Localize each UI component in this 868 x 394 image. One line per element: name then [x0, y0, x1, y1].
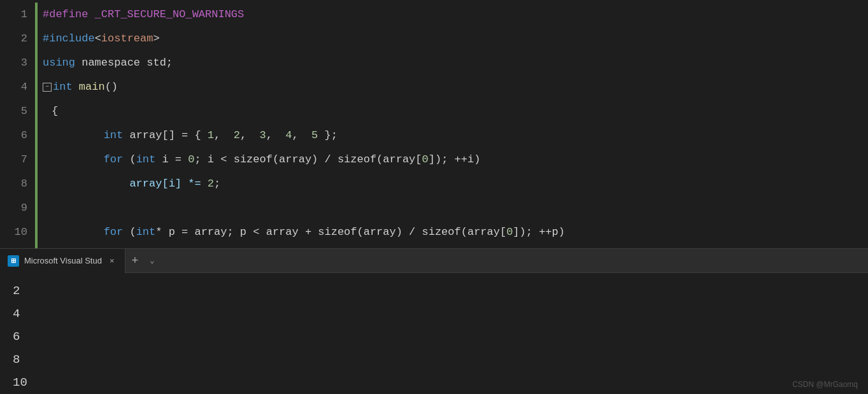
line-numbers: 1 2 3 4 5 6 7 8 9 10 11 [0, 0, 35, 248]
code-token: , [292, 123, 312, 148]
terminal-section: ⊞ Microsoft Visual Stud × + ⌄ 2 4 6 8 10… [0, 248, 868, 394]
line-num-9: 9 [0, 196, 27, 220]
output-line-5: 10 [13, 371, 855, 394]
code-token: for [104, 220, 124, 244]
output-line-2: 4 [13, 302, 855, 325]
terminal-output: 2 4 6 8 10 [0, 273, 868, 394]
line-num-5: 5 [0, 99, 27, 123]
code-token: cout << *p << endl; [52, 244, 253, 248]
code-token: ( [123, 220, 136, 244]
code-token: int [104, 123, 124, 148]
code-token: < [95, 27, 101, 51]
code-line-1: #define _CRT_SECURE_NO_WARNINGS [43, 3, 868, 27]
code-token: 1 [208, 123, 214, 148]
line-num-10: 10 [0, 220, 27, 244]
code-token: ; [166, 51, 173, 75]
code-token [52, 148, 104, 172]
tab-add-button[interactable]: + [125, 249, 145, 273]
code-token: ; [214, 172, 220, 196]
output-line-4: 8 [13, 348, 855, 371]
code-token: array[] = { [123, 123, 208, 148]
code-token [52, 123, 104, 148]
code-token [73, 75, 79, 99]
output-line-1: 2 [13, 279, 855, 302]
tab-close-button[interactable]: × [107, 256, 117, 266]
code-token: int [53, 75, 73, 99]
code-token: i = [155, 148, 188, 172]
code-token: int [136, 148, 156, 172]
code-lines: #define _CRT_SECURE_NO_WARNINGS #include… [38, 0, 868, 248]
terminal-tab-bar: ⊞ Microsoft Visual Stud × + ⌄ [0, 249, 868, 273]
code-line-9 [43, 196, 868, 220]
code-token [52, 220, 104, 244]
code-line-10: for (int* p = array; p < array + sizeof(… [43, 220, 868, 244]
code-token: int [136, 220, 156, 244]
watermark: CSDN @MrGaomq [792, 380, 858, 389]
code-token: array[i] *= [52, 172, 208, 196]
code-line-4: −int main() [43, 75, 868, 99]
code-token: 2 [208, 172, 214, 196]
code-token: using [43, 51, 75, 75]
output-line-3: 6 [13, 325, 855, 348]
terminal-tab-label: Microsoft Visual Stud [24, 256, 102, 265]
tab-chevron-button[interactable]: ⌄ [145, 249, 160, 273]
code-token: #include [43, 27, 95, 51]
code-token: }; [318, 123, 338, 148]
code-token: , [266, 123, 286, 148]
code-token: 4 [285, 123, 292, 148]
line-num-1: 1 [0, 3, 27, 27]
line-num-7: 7 [0, 148, 27, 172]
code-token: 5 [311, 123, 318, 148]
code-token: #define _CRT_SECURE_NO_WARNINGS [43, 3, 244, 27]
code-token: , [240, 123, 260, 148]
code-token: 2 [234, 123, 240, 148]
code-token: namespace [75, 51, 146, 75]
code-token: { [52, 99, 58, 123]
code-token: ( [123, 148, 136, 172]
code-line-5: { [43, 99, 868, 123]
code-line-11: cout << *p << endl; [43, 244, 868, 248]
collapse-icon[interactable]: − [43, 83, 52, 92]
line-num-11: 11 [0, 244, 27, 248]
code-area: 1 2 3 4 5 6 7 8 9 10 11 #define _CRT_SEC… [0, 0, 868, 248]
line-num-2: 2 [0, 27, 27, 51]
code-token: main [79, 75, 105, 99]
code-line-8: array[i] *= 2; [43, 172, 868, 196]
code-token [43, 196, 49, 220]
code-token: 0 [506, 220, 513, 244]
code-line-7: for (int i = 0; i < sizeof(array) / size… [43, 148, 868, 172]
line-num-6: 6 [0, 123, 27, 148]
code-token: () [105, 75, 118, 99]
line-num-3: 3 [0, 51, 27, 75]
code-token: ]); ++p) [513, 220, 565, 244]
code-line-6: int array[] = { 1, 2, 3, 4, 5 }; [43, 123, 868, 148]
terminal-tab[interactable]: ⊞ Microsoft Visual Stud × [0, 249, 125, 273]
tab-icon: ⊞ [8, 255, 19, 267]
code-token: * p = array; p < array + sizeof(array) /… [155, 220, 506, 244]
code-token: 0 [422, 148, 429, 172]
line-num-8: 8 [0, 172, 27, 196]
code-token: > [153, 27, 159, 51]
code-line-2: #include<iostream> [43, 27, 868, 51]
editor-section: 1 2 3 4 5 6 7 8 9 10 11 #define _CRT_SEC… [0, 0, 868, 248]
code-token: for [104, 148, 124, 172]
code-token: ]); ++i) [429, 148, 481, 172]
code-token: 3 [259, 123, 266, 148]
code-token: std [146, 51, 166, 75]
code-line-3: using namespace std; [43, 51, 868, 75]
code-token: , [214, 123, 234, 148]
line-num-4: 4 [0, 75, 27, 99]
code-token: 0 [188, 148, 194, 172]
code-token: iostream [101, 27, 153, 51]
code-token: ; i < sizeof(array) / sizeof(array[ [194, 148, 422, 172]
